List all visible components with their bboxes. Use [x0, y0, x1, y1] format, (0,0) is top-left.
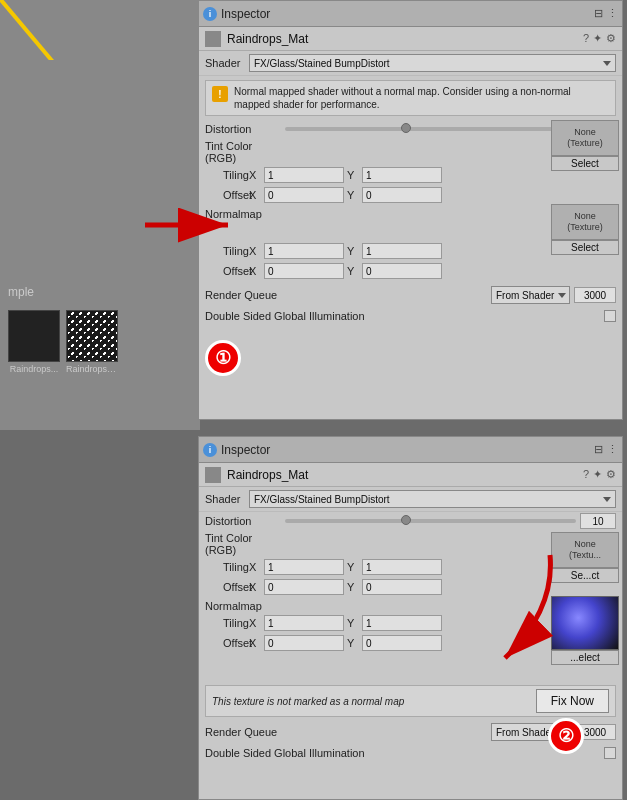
tiling-xy-b1: X Y	[249, 559, 536, 575]
nm-offset-label-b: Offset	[205, 637, 249, 649]
star-icon-b[interactable]: ✦	[593, 468, 602, 481]
slider-track-b	[285, 519, 576, 523]
render-queue-value-top[interactable]	[574, 287, 616, 303]
info-icon-top: i	[203, 7, 217, 21]
sample-thumb-1[interactable]: Raindrops...	[8, 310, 60, 374]
render-queue-select-top[interactable]: From Shader	[491, 286, 570, 304]
select-btn-nm[interactable]: ...elect	[551, 650, 619, 665]
menu-icon[interactable]: ⋮	[607, 7, 618, 20]
offset-y-b1[interactable]	[362, 579, 442, 595]
double-sided-checkbox-bottom[interactable]	[604, 747, 616, 759]
offset-xy-b1: X Y	[249, 579, 536, 595]
normalmap-group: None (Texture) Select	[199, 222, 622, 240]
nm-tiling-x-b[interactable]	[264, 615, 344, 631]
slider-track	[285, 127, 576, 131]
tint-section-b: Tint Color (RGB) Tiling X Y Offset X Y	[199, 532, 622, 596]
tab-title-bottom[interactable]: Inspector	[221, 443, 270, 457]
fix-now-warning: This texture is not marked as a normal m…	[205, 685, 616, 717]
tint-color-label-b: Tint Color (RGB)	[205, 532, 285, 556]
tab-title-top[interactable]: Inspector	[221, 7, 270, 21]
tiling-xy-1: X Y	[249, 167, 542, 183]
nm-offset-y-label: Y	[347, 265, 359, 277]
help-icons-bottom: ? ✦ ⚙	[583, 468, 616, 481]
distortion-label: Distortion	[205, 123, 285, 135]
none-label-2b: (Texture)	[567, 222, 603, 233]
normalmap-tiling-xy: X Y	[249, 243, 542, 259]
inspector-panel-top: i Inspector ⊟ ⋮ Raindrops_Mat ? ✦ ⚙ Shad…	[198, 0, 623, 420]
circle-number-2: ②	[548, 718, 584, 754]
nm-tiling-x-label: X	[249, 245, 261, 257]
shader-select-bottom[interactable]: FX/Glass/Stained BumpDistort	[249, 490, 616, 508]
normalmap-thumb[interactable]	[551, 596, 619, 650]
lock-icon[interactable]: ⊟	[594, 7, 603, 20]
shader-label-bottom: Shader	[205, 493, 249, 505]
select-btn-b1[interactable]: Se...ct	[551, 568, 619, 583]
select-btn-2[interactable]: Select	[551, 240, 619, 255]
offset-x-input-1[interactable]	[264, 187, 344, 203]
tint-color-row: Tint Color (RGB) None (Texture) Select	[199, 140, 622, 164]
offset-label-b1: Offset	[205, 581, 249, 593]
lock-icon-b[interactable]: ⊟	[594, 443, 603, 456]
nm-tiling-x-input[interactable]	[264, 243, 344, 259]
info-icon-bottom: i	[203, 443, 217, 457]
distortion-slider-b[interactable]	[285, 513, 616, 529]
nm-offset-y-input[interactable]	[362, 263, 442, 279]
tiling-y-b1[interactable]	[362, 559, 442, 575]
select-btn-1[interactable]: Select	[551, 156, 619, 171]
sample-thumb-2[interactable]: Raindrops_...	[66, 310, 118, 374]
help-icons-top: ? ✦ ⚙	[583, 32, 616, 45]
render-queue-label-bottom: Render Queue	[205, 726, 491, 738]
settings-icon[interactable]: ⚙	[606, 32, 616, 45]
double-sided-checkbox-top[interactable]	[604, 310, 616, 322]
material-icon-top	[205, 31, 221, 47]
normalmap-section-b: Tiling X Y Offset X Y	[199, 614, 622, 682]
shader-select-top[interactable]: FX/Glass/Stained BumpDistort	[249, 54, 616, 72]
double-sided-label-bottom: Double Sided Global Illumination	[205, 747, 604, 759]
tiling-y-input-1[interactable]	[362, 167, 442, 183]
nm-tiling-label-b: Tiling	[205, 617, 249, 629]
distortion-label-b: Distortion	[205, 515, 285, 527]
thumb-label-1: Raindrops...	[8, 364, 60, 374]
nm-offset-y-b[interactable]	[362, 635, 442, 651]
nm-tiling-y-b[interactable]	[362, 615, 442, 631]
nm-tiling-y-input[interactable]	[362, 243, 442, 259]
tiling-x-label-1: X	[249, 169, 261, 181]
menu-icon-b[interactable]: ⋮	[607, 443, 618, 456]
nm-offset-x-b[interactable]	[264, 635, 344, 651]
warning-box-top: ! Normal mapped shader without a normal …	[205, 80, 616, 116]
settings-icon-b[interactable]: ⚙	[606, 468, 616, 481]
sample-thumbs: Raindrops... Raindrops_...	[8, 310, 118, 374]
offset-y-input-1[interactable]	[362, 187, 442, 203]
shader-label-top: Shader	[205, 57, 249, 69]
none-texture-btn-2[interactable]: None (Texture)	[551, 204, 619, 240]
question-icon[interactable]: ?	[583, 32, 589, 45]
nm-offset-x-input[interactable]	[264, 263, 344, 279]
normalmap-texture-col-b: ...elect	[548, 596, 622, 665]
fix-now-button[interactable]: Fix Now	[536, 689, 609, 713]
normalmap-tiling-label: Tiling	[205, 245, 249, 257]
distortion-value-b[interactable]	[580, 513, 616, 529]
normalmap-offset-label: Offset	[205, 265, 249, 277]
tint-color-label: Tint Color (RGB)	[205, 140, 285, 164]
none-texture-btn-b1[interactable]: None (Textu...	[551, 532, 619, 568]
tiling-y-label-1: Y	[347, 169, 359, 181]
offset-label-1: Offset	[205, 189, 249, 201]
material-header-bottom: Raindrops_Mat ? ✦ ⚙	[199, 463, 622, 487]
offset-row-1: Offset X Y	[199, 186, 622, 204]
thumb-box-2	[66, 310, 118, 362]
offset-y-label-1: Y	[347, 189, 359, 201]
star-icon[interactable]: ✦	[593, 32, 602, 45]
shader-row-bottom: Shader FX/Glass/Stained BumpDistort	[199, 487, 622, 512]
tab-icons-bottom: ⊟ ⋮	[594, 443, 618, 456]
none-texture-btn-1[interactable]: None (Texture)	[551, 120, 619, 156]
tab-bar-bottom: i Inspector ⊟ ⋮	[199, 437, 622, 463]
tiling-x-input-1[interactable]	[264, 167, 344, 183]
tiling-label-b1: Tiling	[205, 561, 249, 573]
tiling-x-b1[interactable]	[264, 559, 344, 575]
fix-now-warning-text: This texture is not marked as a normal m…	[212, 696, 536, 707]
slider-thumb-b	[401, 515, 411, 525]
offset-x-b1[interactable]	[264, 579, 344, 595]
thumb-box-1	[8, 310, 60, 362]
question-icon-b[interactable]: ?	[583, 468, 589, 481]
slider-thumb	[401, 123, 411, 133]
